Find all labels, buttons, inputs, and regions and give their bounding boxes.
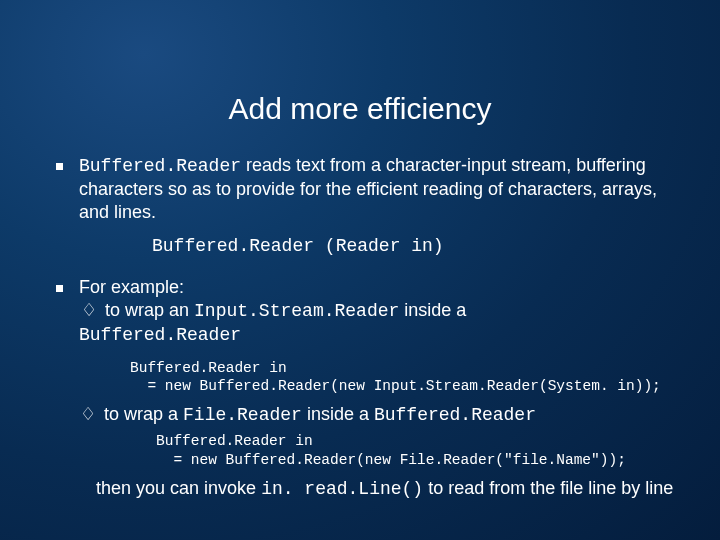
code-line: Buffered.Reader in xyxy=(156,433,313,449)
diamond-bullet-icon: ♢ xyxy=(81,299,97,322)
square-bullet-icon xyxy=(56,285,63,292)
code-line: Buffered.Reader in xyxy=(130,360,287,376)
code-line: = new Buffered.Reader(new File.Reader("f… xyxy=(156,452,626,468)
text-span: then you can invoke xyxy=(96,478,261,498)
slide-content: Buffered.Reader reads text from a charac… xyxy=(0,154,720,500)
code-block-1: Buffered.Reader in = new Buffered.Reader… xyxy=(56,353,680,401)
bullet-2-body: For example: ♢ to wrap an Input.Stream.R… xyxy=(79,276,680,347)
bullet-1: Buffered.Reader reads text from a charac… xyxy=(56,154,680,224)
text-span: inside a xyxy=(302,404,374,424)
text-span: to read from the file line by line xyxy=(423,478,673,498)
constructor-signature: Buffered.Reader (Reader in) xyxy=(56,226,680,268)
sub-bullet-1-cont: Buffered.Reader xyxy=(79,323,680,347)
closing-text: then you can invoke in. read.Line() to r… xyxy=(56,475,680,501)
code-inline: Buffered.Reader xyxy=(374,405,536,425)
bullet-1-text: Buffered.Reader reads text from a charac… xyxy=(79,154,680,224)
bullet-2: For example: ♢ to wrap an Input.Stream.R… xyxy=(56,276,680,347)
code-inline: Input.Stream.Reader xyxy=(194,301,399,321)
sub-bullet-1-text: to wrap an Input.Stream.Reader inside a xyxy=(105,299,466,323)
code-block-2: Buffered.Reader in = new Buffered.Reader… xyxy=(56,426,680,474)
code-inline: File.Reader xyxy=(183,405,302,425)
slide-title: Add more efficiency xyxy=(0,0,720,154)
slide: Add more efficiency Buffered.Reader read… xyxy=(0,0,720,540)
code-line: = new Buffered.Reader(new Input.Stream.R… xyxy=(130,378,661,394)
text-span: to wrap an xyxy=(105,300,194,320)
code-inline: Buffered.Reader xyxy=(79,156,241,176)
code-inline: Buffered.Reader xyxy=(79,325,241,345)
text-span: inside a xyxy=(399,300,466,320)
diamond-bullet-icon: ♢ xyxy=(80,403,96,426)
sub-bullet-2: ♢ to wrap a File.Reader inside a Buffere… xyxy=(56,401,680,427)
text-span: to wrap a xyxy=(104,404,183,424)
bullet-2-lead: For example: xyxy=(79,276,680,299)
sub-bullet-2-text: to wrap a File.Reader inside a Buffered.… xyxy=(104,403,536,427)
sub-bullet-1: ♢ to wrap an Input.Stream.Reader inside … xyxy=(79,299,680,323)
square-bullet-icon xyxy=(56,163,63,170)
code-inline: in. read.Line() xyxy=(261,479,423,499)
